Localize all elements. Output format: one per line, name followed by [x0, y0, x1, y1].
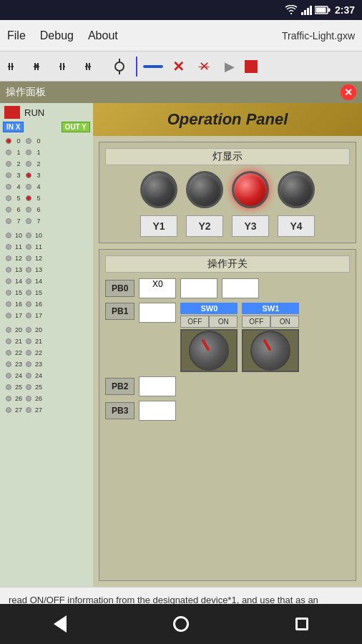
svg-rect-6	[315, 8, 326, 13]
nav-square-button[interactable]	[288, 610, 316, 638]
signal-icon	[300, 5, 312, 15]
lights-row	[105, 171, 350, 208]
toolbar-play[interactable]: ▶	[219, 56, 240, 77]
io-header-out: OUT Y	[62, 122, 90, 132]
toolbar-icon-1[interactable]	[6, 56, 27, 77]
x0-input[interactable]: X0	[139, 278, 176, 298]
light-label-y4[interactable]: Y4	[278, 215, 315, 237]
op-header: Operation Panel	[93, 103, 362, 136]
status-time: 2:37	[335, 4, 355, 16]
toolbar-icon-4[interactable]	[83, 56, 104, 77]
panel-close-button[interactable]: ✕	[341, 84, 356, 100]
svg-rect-3	[310, 6, 312, 15]
toolbar-icon-2[interactable]	[31, 56, 53, 77]
io-row-10: 10 10	[1, 230, 92, 241]
light-labels-row: Y1 Y2 Y3 Y4	[105, 215, 350, 237]
sw0-knob-area	[180, 329, 238, 372]
sw0-on-btn[interactable]: ON	[209, 316, 238, 328]
toolbar-stop[interactable]	[245, 60, 258, 73]
svg-line-24	[87, 64, 89, 68]
battery-icon	[315, 6, 331, 14]
empty-input-2[interactable]	[222, 278, 259, 298]
pb3-button[interactable]: PB3	[105, 402, 134, 419]
sw0-off-on: OFF ON	[180, 316, 238, 328]
io-row-0: 0 0	[1, 135, 92, 147]
toolbar-icon-5[interactable]	[109, 56, 130, 77]
sw1-block: SW1 OFF ON	[242, 303, 299, 372]
menu-about[interactable]: About	[88, 29, 118, 42]
io-row-6: 6 6	[1, 204, 92, 215]
toolbar: ✕ ✕ ▶	[0, 52, 362, 82]
switch-row-pb2: PB2	[105, 376, 350, 396]
sw0-knob-indicator	[202, 338, 210, 351]
pb1-button[interactable]: PB1	[105, 303, 134, 320]
sw1-off-btn[interactable]: OFF	[242, 316, 270, 328]
menu-debug[interactable]: Debug	[40, 29, 74, 42]
io-row-4: 4 4	[1, 181, 92, 192]
sw0-label: SW0	[180, 303, 238, 314]
io-header: IN X OUT Y	[0, 122, 93, 132]
app-frame: 2:37 File Debug About Traffic-Light.gxw …	[0, 0, 362, 644]
pb1-input[interactable]	[139, 303, 176, 323]
switch-row-pb0: PB0 X0	[105, 278, 350, 298]
empty-input-1[interactable]	[180, 278, 217, 298]
run-row: RUN	[0, 103, 93, 122]
menu-bar: File Debug About Traffic-Light.gxw	[0, 20, 362, 52]
nav-home-icon	[173, 616, 189, 632]
io-row-3: 3 3	[1, 170, 92, 181]
light-label-y3[interactable]: Y3	[232, 215, 269, 237]
menu-file[interactable]: File	[7, 29, 26, 42]
run-label: RUN	[24, 107, 44, 118]
operation-panel: Operation Panel 灯显示 Y1 Y2 Y3	[93, 103, 362, 587]
nav-back-button[interactable]	[46, 610, 74, 638]
status-icons	[285, 5, 331, 15]
nav-home-button[interactable]	[167, 610, 195, 638]
status-bar: 2:37	[0, 0, 362, 20]
sw0-off-btn[interactable]: OFF	[180, 316, 209, 328]
svg-rect-27	[115, 62, 124, 71]
wifi-icon	[285, 5, 298, 15]
io-panel: RUN IN X OUT Y 0 0	[0, 103, 93, 587]
io-row-2: 2 2	[1, 158, 92, 170]
switch-section-label: 操作开关	[105, 255, 350, 273]
light-label-y2[interactable]: Y2	[186, 215, 223, 237]
io-header-in: IN X	[3, 122, 24, 132]
pb2-button[interactable]: PB2	[105, 378, 134, 395]
run-indicator	[4, 106, 20, 119]
io-row-7: 7 7	[1, 215, 92, 227]
pb2-input[interactable]	[139, 376, 176, 396]
light-section-label: 灯显示	[105, 148, 350, 165]
sw1-label: SW1	[242, 303, 299, 314]
sw1-knob[interactable]	[250, 331, 290, 371]
io-out-0	[26, 138, 31, 144]
toolbar-icon-3[interactable]	[57, 56, 79, 77]
panel-title: 操作面板	[6, 86, 46, 99]
io-row-1: 1 1	[1, 147, 92, 158]
sw1-knob-indicator	[263, 338, 272, 351]
panel-title-bar: 操作面板 ✕	[0, 82, 362, 103]
svg-rect-2	[307, 8, 309, 15]
pb0-button[interactable]: PB0	[105, 280, 134, 297]
io-list-0-7: 0 0 1 1 2 2	[0, 135, 93, 587]
light-1	[140, 171, 177, 208]
light-label-y1[interactable]: Y1	[140, 215, 177, 237]
nav-square-icon	[295, 618, 308, 630]
pb3-input[interactable]	[139, 401, 176, 421]
light-2	[186, 171, 223, 208]
toolbar-divider	[136, 57, 137, 77]
svg-rect-5	[328, 9, 330, 12]
toolbar-x-mark-2[interactable]: ✕	[193, 56, 215, 77]
io-row-5: 5 5	[1, 192, 92, 204]
nav-bar	[0, 604, 362, 644]
switch-section: 操作开关 PB0 X0 PB1 SW0	[99, 249, 356, 581]
main-area: 操作面板 ✕ RUN IN X OUT Y	[0, 82, 362, 644]
svg-rect-1	[304, 10, 306, 15]
light-3	[232, 171, 269, 208]
svg-rect-0	[301, 12, 303, 15]
toolbar-x-mark-1[interactable]: ✕	[167, 56, 189, 77]
toolbar-line[interactable]	[143, 65, 163, 68]
io-in-0	[6, 138, 11, 144]
sw1-on-btn[interactable]: ON	[270, 316, 299, 328]
light-section: 灯显示 Y1 Y2 Y3 Y4	[99, 142, 356, 243]
sw0-knob[interactable]	[189, 331, 229, 371]
